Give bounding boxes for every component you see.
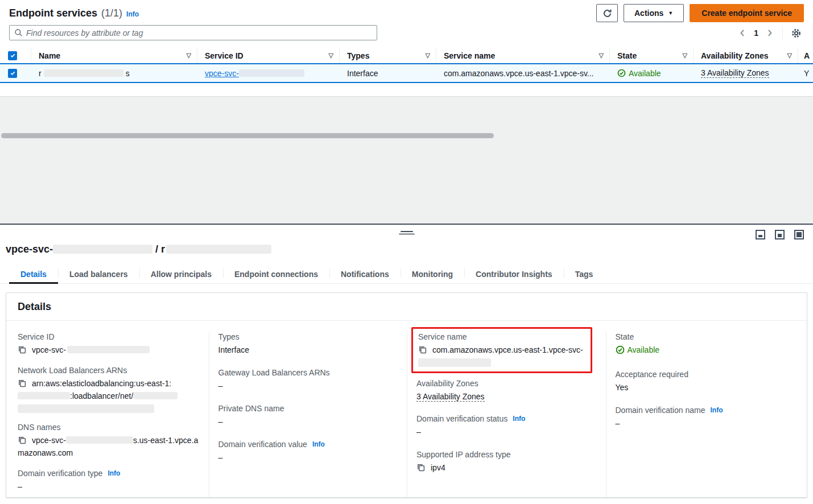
sort-icon[interactable]: ▽ bbox=[183, 52, 191, 59]
label-text: Domain verification type bbox=[18, 469, 102, 478]
endpoint-services-page: Endpoint services (1/1) Info Actions ▼ C… bbox=[0, 0, 813, 504]
panel-position-comfortable-icon[interactable] bbox=[775, 230, 785, 239]
tab-load-balancers[interactable]: Load balancers bbox=[58, 265, 139, 283]
copy-icon[interactable] bbox=[18, 436, 27, 445]
redacted-text bbox=[18, 392, 70, 399]
title-text: / r bbox=[152, 243, 165, 255]
redacted-text bbox=[133, 392, 178, 399]
field-value: Yes bbox=[616, 381, 798, 394]
column-label: State bbox=[617, 51, 637, 60]
status-badge: Available bbox=[617, 69, 661, 78]
tab-contributor-insights[interactable]: Contributor Insights bbox=[464, 265, 564, 283]
info-link[interactable]: Info bbox=[312, 440, 325, 448]
sort-icon[interactable]: ▽ bbox=[784, 52, 792, 59]
info-link[interactable]: Info bbox=[710, 406, 723, 414]
panel-position-bottom-icon[interactable] bbox=[756, 230, 765, 239]
tab-details[interactable]: Details bbox=[9, 265, 58, 283]
field-label: Supported IP address type bbox=[416, 450, 597, 459]
table-toolbar: 1 bbox=[9, 25, 804, 41]
row-types-cell: Interface bbox=[340, 64, 436, 82]
create-button-label: Create endpoint service bbox=[701, 9, 792, 18]
tab-allow-principals[interactable]: Allow principals bbox=[139, 265, 223, 283]
row-acceptance-cell: Y bbox=[798, 64, 813, 82]
search-icon bbox=[14, 28, 23, 37]
endpoint-services-table: Name ▽ Service ID ▽ Types ▽ Service name… bbox=[0, 48, 813, 83]
field-state: State Available bbox=[616, 332, 798, 358]
create-endpoint-service-button[interactable]: Create endpoint service bbox=[690, 4, 804, 22]
row-checkbox[interactable] bbox=[8, 69, 17, 78]
select-all-checkbox[interactable] bbox=[8, 51, 17, 60]
endpoint-services-table-card: Endpoint services (1/1) Info Actions ▼ C… bbox=[0, 0, 813, 97]
field-domain-verification-status: Domain verification status Info – bbox=[416, 414, 597, 438]
value-text: vpce-svc- bbox=[32, 345, 66, 354]
field-value: vpce-svc-s.us-east-1.vpce.amazonaws.com bbox=[18, 434, 200, 459]
preferences-button[interactable] bbox=[791, 28, 802, 39]
field-label: Types bbox=[218, 332, 398, 341]
info-link[interactable]: Info bbox=[126, 10, 139, 18]
copy-icon[interactable] bbox=[416, 463, 426, 472]
header-actions: Actions ▼ Create endpoint service bbox=[596, 4, 804, 22]
field-value: – bbox=[416, 425, 597, 438]
info-link[interactable]: Info bbox=[513, 415, 525, 423]
field-label: Domain verification type Info bbox=[18, 469, 200, 478]
copy-icon[interactable] bbox=[18, 379, 27, 388]
field-service-name: Service name com.amazonaws.vpce.us-east-… bbox=[418, 332, 586, 367]
state-text: Available bbox=[628, 344, 660, 356]
split-panel-title: vpce-svc- / r bbox=[6, 243, 271, 255]
sort-icon[interactable]: ▽ bbox=[422, 52, 430, 59]
sort-icon[interactable]: ▽ bbox=[325, 52, 333, 59]
panel-position-side-icon[interactable] bbox=[794, 230, 804, 239]
column-label: A bbox=[804, 51, 810, 60]
redacted-text bbox=[18, 404, 154, 413]
horizontal-scrollbar-thumb[interactable] bbox=[1, 133, 494, 138]
field-supported-ip: Supported IP address type ipv4 bbox=[416, 450, 597, 474]
details-card: Details Service ID vpce-svc- Network Loa… bbox=[6, 292, 807, 498]
column-label: Name bbox=[39, 51, 60, 60]
column-header-availability-zones: Availability Zones ▽ bbox=[694, 48, 798, 63]
status-badge: Available bbox=[616, 344, 660, 356]
info-link[interactable]: Info bbox=[108, 469, 120, 477]
field-domain-verification-name: Domain verification name Info – bbox=[616, 406, 798, 429]
field-availability-zones: Availability Zones 3 Availability Zones bbox=[416, 379, 597, 403]
availability-zones-popover-trigger[interactable]: 3 Availability Zones bbox=[701, 68, 769, 78]
tab-notifications[interactable]: Notifications bbox=[329, 265, 401, 283]
check-icon bbox=[10, 52, 16, 59]
next-page-icon[interactable] bbox=[765, 28, 774, 38]
refresh-button[interactable] bbox=[596, 4, 618, 22]
actions-button[interactable]: Actions ▼ bbox=[624, 4, 684, 22]
tab-tags[interactable]: Tags bbox=[564, 265, 605, 283]
field-label: DNS names bbox=[18, 423, 200, 432]
page-header: Endpoint services (1/1) Info Actions ▼ C… bbox=[9, 3, 804, 23]
column-header-types: Types ▽ bbox=[340, 48, 436, 63]
sort-icon[interactable]: ▽ bbox=[596, 52, 604, 59]
tab-endpoint-connections[interactable]: Endpoint connections bbox=[223, 265, 329, 283]
details-card-title: Details bbox=[6, 293, 807, 321]
table-row[interactable]: rs vpce-svc- Interface com.amazonaws.vpc… bbox=[0, 63, 813, 83]
sort-icon[interactable]: ▽ bbox=[679, 52, 687, 59]
field-label: Domain verification name Info bbox=[616, 406, 798, 415]
handle-bar bbox=[399, 233, 415, 235]
title-text: vpce-svc- bbox=[6, 243, 53, 255]
copy-icon[interactable] bbox=[418, 345, 427, 354]
label-text: Domain verification value bbox=[218, 440, 307, 449]
availability-zones-popover-trigger[interactable]: 3 Availability Zones bbox=[416, 392, 485, 402]
field-value: arn:aws:elasticloadbalancing:us-east-1::… bbox=[18, 377, 200, 413]
split-panel-resize-handle[interactable] bbox=[399, 231, 415, 235]
copy-icon[interactable] bbox=[18, 345, 27, 354]
previous-page-icon[interactable] bbox=[738, 28, 747, 38]
details-column-4: State Available Acceptance required Yes bbox=[606, 332, 807, 497]
row-select-cell bbox=[0, 64, 31, 82]
redacted-text bbox=[44, 69, 123, 77]
pagination: 1 bbox=[738, 25, 802, 41]
search-input[interactable] bbox=[26, 28, 372, 38]
acceptance-text: Y bbox=[804, 69, 809, 78]
field-value: – bbox=[616, 417, 798, 429]
current-page: 1 bbox=[754, 28, 758, 38]
value-text: ipv4 bbox=[431, 463, 445, 472]
row-service-name-cell: com.amazonaws.vpce.us-east-1.vpce-sv... bbox=[436, 64, 610, 82]
tab-monitoring[interactable]: Monitoring bbox=[401, 265, 464, 283]
refresh-icon bbox=[602, 9, 612, 18]
field-label: Domain verification value Info bbox=[218, 440, 398, 449]
types-text: Interface bbox=[347, 69, 378, 78]
service-id-link[interactable]: vpce-svc- bbox=[205, 69, 304, 78]
